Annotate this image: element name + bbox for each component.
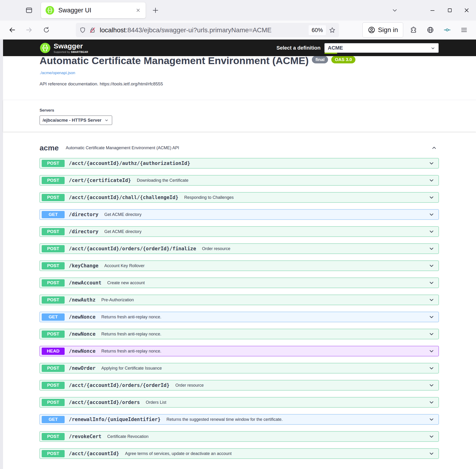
tab-close-icon[interactable]	[134, 6, 142, 15]
operation-row[interactable]: POST /keyChange Account Key Rollover	[40, 260, 439, 271]
operation-row[interactable]: POST /acct/{accountId}/chall/{challengeI…	[40, 192, 439, 203]
chevron-down-icon[interactable]	[428, 279, 435, 286]
operation-row[interactable]: POST /acct/{accountId}/orders Orders Lis…	[40, 397, 439, 407]
method-badge: POST	[42, 331, 65, 338]
operation-row[interactable]: POST /newAuthz Pre-Authorization	[40, 295, 439, 305]
operation-summary: Get ACME directory	[104, 212, 141, 217]
navigation-toolbar: localhost:8443/ejbca/swagger-ui?urls.pri…	[0, 21, 476, 40]
zoom-indicator[interactable]: 60%	[309, 25, 326, 35]
tag-header[interactable]: acme Automatic Certificate Management En…	[40, 143, 439, 153]
new-tab-button[interactable]	[150, 5, 161, 16]
operation-path: /directory	[69, 212, 98, 217]
chevron-down-icon[interactable]	[428, 297, 435, 303]
final-badge: final	[312, 56, 328, 63]
operation-row[interactable]: POST /cert/{certificateId} Downloading t…	[40, 175, 439, 185]
back-icon[interactable]	[7, 25, 17, 35]
api-title-row: Automatic Certificate Management Environ…	[40, 55, 476, 66]
chevron-down-icon[interactable]	[428, 314, 435, 320]
bookmark-star-icon[interactable]	[329, 27, 336, 34]
chevron-down-icon[interactable]	[428, 348, 435, 354]
operation-row[interactable]: POST /newOrder Applying for Certificate …	[40, 363, 439, 373]
tab-list-chevron-icon[interactable]	[390, 5, 400, 16]
operation-path: /acct/{accountId}/chall/{challengeId}	[69, 195, 178, 200]
select-definition-label: Select a definition	[276, 45, 321, 51]
operation-row[interactable]: POST /acct/{accountId}/orders/{orderId} …	[40, 380, 439, 390]
servers-section: Servers /ejbca/acme - HTTPS Server	[3, 100, 476, 132]
definition-select-value: ACME	[328, 45, 343, 51]
minimize-button[interactable]	[427, 5, 438, 16]
chevron-down-icon[interactable]	[428, 331, 435, 337]
openapi-spec-link[interactable]: ./acme/openapi.json	[40, 71, 75, 75]
tab-title: Swagger UI	[58, 7, 134, 14]
operation-row[interactable]: POST /directory Get ACME directory	[40, 226, 439, 237]
chevron-down-icon[interactable]	[428, 177, 435, 184]
chevron-down-icon[interactable]	[428, 160, 435, 166]
operation-path: /renewalInfo/{uniqueIdentifier}	[69, 417, 161, 422]
chevron-down-icon	[104, 118, 109, 123]
chevron-down-icon[interactable]	[428, 433, 435, 440]
operations-list: POST /acct/{accountId}/authz/{authorizat…	[40, 158, 439, 459]
operation-summary: Applying for Certificate Issuance	[101, 366, 162, 371]
method-badge: POST	[42, 450, 65, 457]
operation-row[interactable]: GET /renewalInfo/{uniqueIdentifier} Retu…	[40, 414, 439, 424]
chevron-down-icon[interactable]	[428, 365, 435, 372]
operation-path: /newOrder	[69, 365, 96, 371]
chevron-down-icon[interactable]	[428, 382, 435, 388]
close-window-button[interactable]	[461, 5, 472, 16]
chevron-down-icon[interactable]	[428, 194, 435, 201]
method-badge: POST	[42, 177, 65, 184]
method-badge: HEAD	[42, 348, 65, 355]
operation-path: /keyChange	[69, 263, 98, 269]
chevron-down-icon[interactable]	[428, 211, 435, 218]
lock-warning-icon[interactable]	[89, 27, 96, 34]
operation-path: /revokeCert	[69, 434, 101, 439]
operation-path: /newAccount	[69, 280, 101, 286]
operation-path: /acct/{accountId}/orders	[69, 400, 140, 405]
operation-row[interactable]: POST /newAccount Create new account	[40, 278, 439, 288]
firefox-view-icon[interactable]	[24, 5, 34, 16]
sign-in-button[interactable]: Sign in	[362, 22, 403, 37]
chevron-down-icon[interactable]	[428, 228, 435, 235]
servers-select[interactable]: /ejbca/acme - HTTPS Server	[40, 115, 112, 125]
operation-path: /directory	[69, 229, 98, 234]
operation-row[interactable]: POST /revokeCert Certificate Revocation	[40, 431, 439, 442]
operation-row[interactable]: POST /newNonce Returns fresh anti-replay…	[40, 329, 439, 339]
maximize-button[interactable]	[445, 5, 455, 16]
operation-row[interactable]: HEAD /newNonce Returns fresh anti-replay…	[40, 346, 439, 356]
chevron-down-icon[interactable]	[428, 450, 435, 457]
page-title: Automatic Certificate Management Environ…	[40, 55, 309, 66]
operation-path: /acct/{accountId}/orders/{orderId}	[69, 382, 170, 388]
operation-summary: Returns fresh anti-replay nonce.	[101, 332, 161, 337]
forward-icon[interactable]	[24, 25, 34, 35]
servers-label: Servers	[40, 108, 476, 113]
proxy-extension-icon[interactable]	[442, 25, 452, 35]
operation-path: /newNonce	[69, 348, 96, 354]
chevron-down-icon[interactable]	[428, 245, 435, 252]
method-badge: POST	[42, 296, 65, 304]
operation-summary: Account Key Rollover	[104, 263, 144, 268]
operation-row[interactable]: POST /acct/{accountId} Agree terms of se…	[40, 448, 439, 459]
chevron-up-icon[interactable]	[429, 143, 439, 152]
definition-select[interactable]: ACME	[324, 43, 439, 53]
shield-icon[interactable]	[79, 27, 86, 34]
chevron-down-icon[interactable]	[428, 416, 435, 423]
browser-tab[interactable]: Swagger UI	[41, 2, 146, 18]
chevron-down-icon[interactable]	[428, 262, 435, 269]
reload-icon[interactable]	[41, 25, 51, 35]
chevron-down-icon[interactable]	[428, 399, 435, 406]
menu-icon[interactable]	[459, 25, 469, 35]
operation-summary: Returns fresh anti-replay nonce.	[101, 315, 161, 320]
supported-by-label: Supported by	[54, 50, 70, 53]
operation-row[interactable]: POST /acct/{accountId}/authz/{authorizat…	[40, 158, 439, 168]
swagger-favicon-icon	[45, 6, 54, 15]
tag-description: Automatic Certificate Management Environ…	[66, 146, 179, 150]
operation-summary: Pre-Authorization	[101, 298, 134, 303]
operation-row[interactable]: POST /acct/{accountId}/orders/{orderId}/…	[40, 243, 439, 254]
url-bar[interactable]: localhost:8443/ejbca/swagger-ui?urls.pri…	[76, 23, 339, 37]
method-badge: POST	[42, 382, 65, 389]
globe-icon[interactable]	[425, 25, 436, 35]
operation-row[interactable]: GET /newNonce Returns fresh anti-replay …	[40, 312, 439, 322]
operation-summary: Responding to Challenges	[184, 195, 234, 200]
operation-row[interactable]: GET /directory Get ACME directory	[40, 209, 439, 220]
extensions-icon[interactable]	[408, 25, 419, 35]
